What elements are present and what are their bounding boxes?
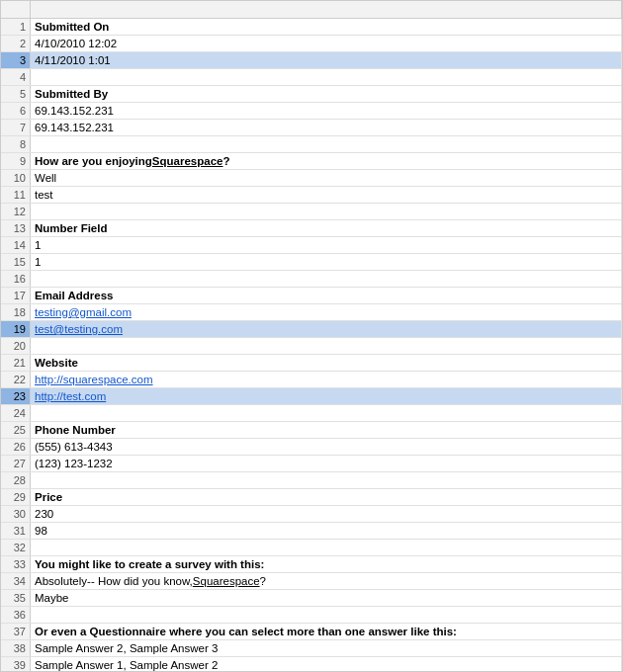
table-row[interactable]: 30230 [1,506,622,523]
table-cell: testing@gmail.com [31,304,622,320]
table-cell: 98 [31,523,622,539]
row-number: 32 [1,540,31,555]
table-row[interactable]: 11test [1,187,622,204]
table-row[interactable]: 34Absolutely-- How did you know, Squares… [1,573,622,590]
table-cell: http://squarespace.com [31,372,622,387]
table-cell: Submitted On [31,19,622,35]
row-number: 12 [1,204,31,219]
row-number: 9 [1,153,31,169]
table-row[interactable]: 769.143.152.231 [1,120,622,136]
rows-container: 1Submitted On24/10/2010 12:0234/11/2010 … [1,19,622,672]
row-number: 22 [1,372,31,387]
row-number: 7 [1,120,31,135]
table-row[interactable]: 1Submitted On [1,19,622,36]
row-number: 37 [1,624,31,639]
table-row[interactable]: 24/10/2010 12:02 [1,36,622,52]
table-cell [31,69,622,85]
row-number: 20 [1,338,31,354]
table-row[interactable]: 34/11/2010 1:01 [1,52,622,69]
table-row[interactable]: 13Number Field [1,220,622,237]
table-cell: Submitted By [31,86,622,102]
row-number: 11 [1,187,31,203]
table-row[interactable]: 19test@testing.com [1,321,622,338]
table-cell: test [31,187,622,203]
table-cell: 69.143.152.231 [31,120,622,135]
table-row[interactable]: 669.143.152.231 [1,103,622,120]
table-cell [31,204,622,219]
table-cell [31,338,622,354]
row-number: 3 [1,52,31,68]
table-row[interactable]: 4 [1,69,622,86]
row-number: 26 [1,439,31,455]
row-number: 17 [1,288,31,303]
table-row[interactable]: 24 [1,405,622,422]
table-row[interactable]: 8 [1,136,622,153]
table-cell: Or even a Questionnaire where you can se… [31,624,622,639]
row-num-header [1,1,31,18]
table-row[interactable]: 39Sample Answer 1, Sample Answer 2 [1,657,622,672]
table-row[interactable]: 29Price [1,489,622,506]
table-row[interactable]: 37Or even a Questionnaire where you can … [1,624,622,640]
table-row[interactable]: 21Website [1,355,622,372]
table-cell: (555) 613-4343 [31,439,622,455]
table-cell: Maybe [31,590,622,606]
table-row[interactable]: 9How are you enjoying Squarespace? [1,153,622,170]
table-row[interactable]: 32 [1,540,622,556]
row-number: 8 [1,136,31,152]
table-cell: Absolutely-- How did you know, Squarespa… [31,573,622,589]
row-number: 29 [1,489,31,505]
table-cell: Website [31,355,622,371]
row-number: 2 [1,36,31,51]
row-number: 21 [1,355,31,371]
table-cell: 1 [31,254,622,270]
table-cell [31,472,622,488]
table-row[interactable]: 33You might like to create a survey with… [1,556,622,573]
table-cell: Phone Number [31,422,622,438]
table-cell: 69.143.152.231 [31,103,622,119]
row-number: 33 [1,556,31,572]
table-cell: test@testing.com [31,321,622,337]
table-row[interactable]: 16 [1,271,622,288]
table-row[interactable]: 10Well [1,170,622,187]
row-number: 19 [1,321,31,337]
row-number: 23 [1,388,31,404]
table-row[interactable]: 20 [1,338,622,355]
table-cell [31,607,622,623]
table-row[interactable]: 35Maybe [1,590,622,607]
table-cell: http://test.com [31,388,622,404]
row-number: 18 [1,304,31,320]
table-cell: Email Address [31,288,622,303]
table-cell: 4/11/2010 1:01 [31,52,622,68]
table-row[interactable]: 25Phone Number [1,422,622,439]
table-row[interactable]: 26(555) 613-4343 [1,439,622,456]
row-number: 1 [1,19,31,35]
table-row[interactable]: 27(123) 123-1232 [1,456,622,472]
table-cell: 230 [31,506,622,522]
table-row[interactable]: 18testing@gmail.com [1,304,622,321]
table-cell: How are you enjoying Squarespace? [31,153,622,169]
table-row[interactable]: 151 [1,254,622,271]
table-row[interactable]: 12 [1,204,622,220]
table-cell: Sample Answer 1, Sample Answer 2 [31,657,622,672]
table-cell: Price [31,489,622,505]
row-number: 30 [1,506,31,522]
table-row[interactable]: 17Email Address [1,288,622,304]
column-headers [1,1,622,19]
table-row[interactable]: 38Sample Answer 2, Sample Answer 3 [1,640,622,657]
table-row[interactable]: 22http://squarespace.com [1,372,622,388]
row-number: 28 [1,472,31,488]
row-number: 15 [1,254,31,270]
table-row[interactable]: 23http://test.com [1,388,622,405]
table-row[interactable]: 36 [1,607,622,624]
row-number: 34 [1,573,31,589]
table-cell [31,540,622,555]
table-cell: You might like to create a survey with t… [31,556,622,572]
row-number: 35 [1,590,31,606]
table-row[interactable]: 28 [1,472,622,489]
table-row[interactable]: 141 [1,237,622,254]
table-row[interactable]: 3198 [1,523,622,540]
spreadsheet: 1Submitted On24/10/2010 12:0234/11/2010 … [0,0,623,672]
table-cell [31,405,622,421]
table-cell: 1 [31,237,622,253]
table-row[interactable]: 5Submitted By [1,86,622,103]
